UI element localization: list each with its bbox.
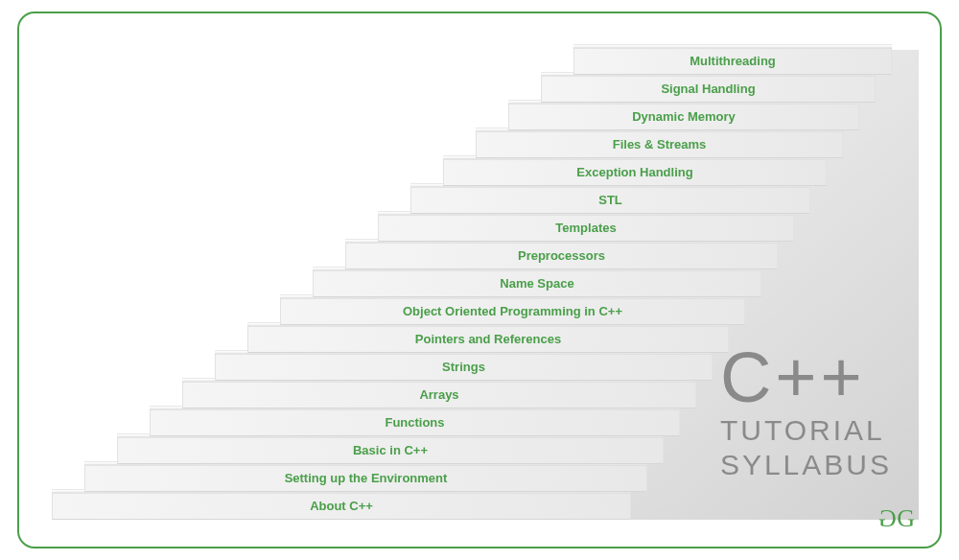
gfg-logo-icon: GG (882, 504, 911, 533)
logo-left-glyph: G (882, 504, 897, 533)
step-label: Preprocessors (518, 248, 605, 263)
step-label: Setting up the Environment (285, 471, 448, 485)
step-9: Preprocessors (345, 242, 778, 269)
step-label: STL (598, 193, 622, 207)
step-0: About C++ (52, 492, 631, 520)
logo-right-glyph: G (897, 504, 911, 532)
step-label: Templates (555, 221, 616, 235)
step-label: Exception Handling (576, 165, 692, 179)
step-label: Dynamic Memory (632, 109, 736, 124)
frame: About C++Setting up the EnvironmentBasic… (17, 12, 942, 548)
step-13: Files & Streams (476, 130, 843, 158)
step-4: Arrays (182, 381, 696, 408)
step-label: Multithreading (690, 54, 776, 68)
step-label: Name Space (500, 276, 573, 291)
step-14: Dynamic Memory (508, 103, 859, 130)
step-label: Files & Streams (613, 137, 707, 152)
step-label: Arrays (419, 387, 458, 402)
step-label: Signal Handling (661, 82, 755, 96)
step-label: Pointers and References (415, 332, 561, 346)
step-label: About C++ (310, 499, 373, 513)
step-3: Functions (150, 408, 680, 436)
step-2: Basic in C++ (117, 436, 664, 464)
step-1: Setting up the Environment (84, 464, 647, 492)
step-6: Pointers and References (247, 325, 729, 353)
step-7: Object Oriented Programming in C++ (280, 297, 745, 325)
step-10: Templates (378, 214, 794, 242)
step-label: Basic in C++ (353, 443, 428, 457)
step-15: Signal Handling (541, 75, 876, 103)
step-12: Exception Handling (443, 158, 827, 186)
step-8: Name Space (313, 269, 761, 297)
step-label: Object Oriented Programming in C++ (403, 304, 622, 318)
step-label: Functions (385, 415, 444, 430)
step-16: Multithreading (573, 47, 892, 75)
step-5: Strings (215, 353, 713, 381)
staircase: About C++Setting up the EnvironmentBasic… (52, 46, 919, 520)
step-11: STL (410, 186, 810, 214)
step-label: Strings (442, 360, 485, 374)
